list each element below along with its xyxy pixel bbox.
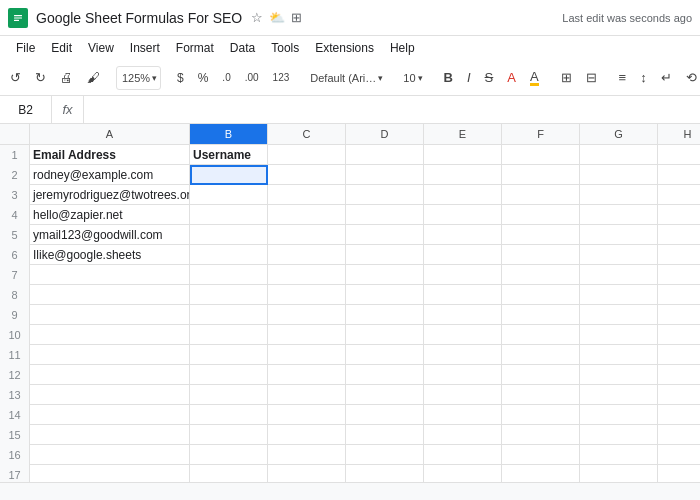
font-size-select[interactable]: 10 ▾ (398, 65, 427, 91)
cell[interactable] (580, 365, 658, 385)
cell[interactable] (190, 345, 268, 365)
col-header-d[interactable]: D (346, 124, 424, 144)
cell[interactable] (424, 165, 502, 185)
cell[interactable] (580, 425, 658, 445)
cell[interactable] (346, 445, 424, 465)
cloud-icon[interactable]: ⛅ (269, 10, 285, 25)
cell[interactable] (658, 465, 700, 482)
cell[interactable] (658, 305, 700, 325)
cell[interactable] (580, 185, 658, 205)
cell[interactable] (190, 225, 268, 245)
cell[interactable] (190, 465, 268, 482)
cell[interactable] (268, 325, 346, 345)
cell[interactable] (268, 165, 346, 185)
cell[interactable] (658, 405, 700, 425)
cell[interactable] (190, 245, 268, 265)
cell[interactable] (30, 445, 190, 465)
menu-tools[interactable]: Tools (263, 36, 307, 60)
cell[interactable] (658, 245, 700, 265)
cell[interactable] (30, 405, 190, 425)
star-icon[interactable]: ☆ (251, 10, 263, 25)
cell[interactable] (580, 305, 658, 325)
cell[interactable] (424, 445, 502, 465)
cell[interactable] (502, 265, 580, 285)
cell[interactable] (424, 205, 502, 225)
cell[interactable] (424, 325, 502, 345)
cell[interactable]: rodney@example.com (30, 165, 190, 185)
cell[interactable]: Email Address (30, 145, 190, 165)
cell[interactable] (658, 325, 700, 345)
cell[interactable] (502, 285, 580, 305)
cell[interactable] (190, 305, 268, 325)
menu-file[interactable]: File (8, 36, 43, 60)
cell[interactable] (658, 185, 700, 205)
cell[interactable] (346, 325, 424, 345)
cell[interactable] (658, 265, 700, 285)
cell[interactable] (346, 305, 424, 325)
cell[interactable] (580, 285, 658, 305)
cell[interactable] (346, 285, 424, 305)
cell[interactable] (190, 365, 268, 385)
cell[interactable] (502, 305, 580, 325)
cell[interactable] (658, 225, 700, 245)
cell[interactable]: ymail123@goodwill.com (30, 225, 190, 245)
cell[interactable] (580, 345, 658, 365)
cell[interactable] (30, 345, 190, 365)
menu-help[interactable]: Help (382, 36, 423, 60)
cell[interactable] (268, 225, 346, 245)
cell[interactable] (580, 265, 658, 285)
cell[interactable] (268, 185, 346, 205)
cell[interactable] (502, 365, 580, 385)
cell[interactable] (580, 325, 658, 345)
cell[interactable] (580, 165, 658, 185)
cell[interactable] (346, 225, 424, 245)
cell[interactable] (424, 285, 502, 305)
cell[interactable] (424, 405, 502, 425)
align-v-button[interactable]: ↕ (634, 64, 653, 92)
cell[interactable] (190, 385, 268, 405)
cell[interactable] (424, 245, 502, 265)
italic-button[interactable]: I (461, 64, 477, 92)
cell[interactable] (580, 385, 658, 405)
cell[interactable] (424, 465, 502, 482)
currency-button[interactable]: $ (171, 64, 190, 92)
cell[interactable] (502, 445, 580, 465)
text-color-button[interactable]: A (501, 64, 522, 92)
cell[interactable] (424, 425, 502, 445)
cell[interactable] (424, 185, 502, 205)
col-header-h[interactable]: H (658, 124, 700, 144)
cell[interactable] (658, 445, 700, 465)
cell[interactable] (658, 345, 700, 365)
cell[interactable] (580, 405, 658, 425)
col-header-b[interactable]: B (190, 124, 268, 144)
redo-button[interactable]: ↻ (29, 64, 52, 92)
cell[interactable] (30, 425, 190, 445)
cell[interactable] (346, 405, 424, 425)
bold-button[interactable]: B (438, 64, 459, 92)
cell[interactable] (268, 145, 346, 165)
cell[interactable]: jeremyrodriguez@twotrees.org (30, 185, 190, 205)
cell[interactable] (30, 305, 190, 325)
cell[interactable] (346, 145, 424, 165)
align-h-button[interactable]: ≡ (613, 64, 633, 92)
cell[interactable] (658, 165, 700, 185)
menu-view[interactable]: View (80, 36, 122, 60)
font-family-select[interactable]: Default (Ari… ▾ (305, 65, 388, 91)
cell[interactable] (268, 405, 346, 425)
cell[interactable] (190, 165, 268, 185)
cell[interactable] (346, 425, 424, 445)
cell[interactable] (190, 405, 268, 425)
menu-insert[interactable]: Insert (122, 36, 168, 60)
cell-reference-box[interactable]: B2 (0, 96, 52, 123)
cell[interactable] (30, 285, 190, 305)
col-header-a[interactable]: A (30, 124, 190, 144)
cell[interactable] (580, 225, 658, 245)
text-rotate-button[interactable]: ⟲ (680, 64, 700, 92)
fill-color-button[interactable]: A (524, 64, 545, 92)
cell[interactable] (502, 465, 580, 482)
cell[interactable] (424, 145, 502, 165)
grid-icon[interactable]: ⊞ (291, 10, 302, 25)
cell[interactable] (502, 405, 580, 425)
cell[interactable] (346, 185, 424, 205)
cell[interactable] (502, 185, 580, 205)
